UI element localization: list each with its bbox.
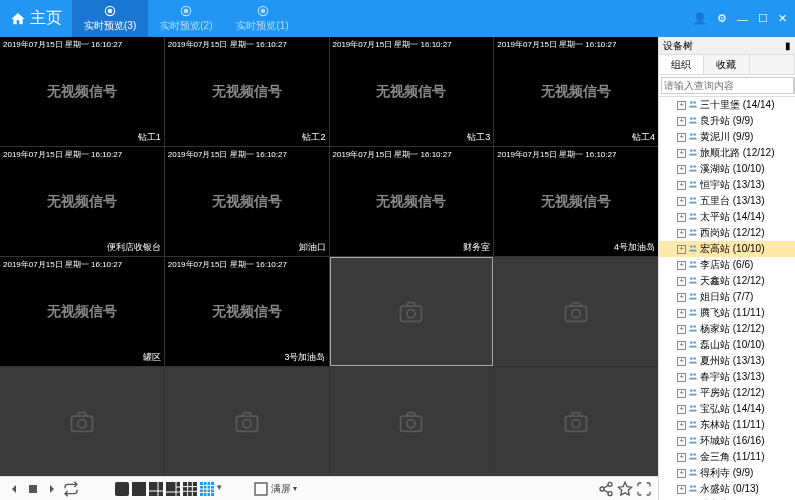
expand-toggle[interactable]: + xyxy=(677,293,686,302)
device-tree[interactable]: +三十里堡 (14/14)+良升站 (9/9)+黄泥川 (9/9)+旅顺北路 (… xyxy=(659,97,795,500)
tree-item[interactable]: +腾飞站 (11/11) xyxy=(659,305,795,321)
layout-6[interactable] xyxy=(149,482,163,496)
tree-item[interactable]: +黄泥川 (9/9) xyxy=(659,129,795,145)
layout-16[interactable] xyxy=(200,482,214,496)
tree-item[interactable]: +西岗站 (12/12) xyxy=(659,225,795,241)
expand-toggle[interactable]: + xyxy=(677,325,686,334)
search-input[interactable] xyxy=(661,77,794,94)
expand-toggle[interactable]: + xyxy=(677,341,686,350)
tree-item[interactable]: +宏高站 (10/10) xyxy=(659,241,795,257)
share-icon[interactable] xyxy=(598,481,614,497)
tree-item[interactable]: +杨家站 (12/12) xyxy=(659,321,795,337)
close-button[interactable]: ✕ xyxy=(778,12,787,25)
video-cell[interactable] xyxy=(330,257,494,366)
expand-toggle[interactable]: + xyxy=(677,485,686,494)
expand-toggle[interactable]: + xyxy=(677,261,686,270)
timestamp: 2019年07月15日 星期一 16:10:27 xyxy=(3,149,122,160)
star-icon[interactable] xyxy=(617,481,633,497)
minimize-button[interactable]: — xyxy=(737,13,748,25)
video-cell[interactable]: 2019年07月15日 星期一 16:10:27无视频信号卸油口 xyxy=(165,147,329,256)
expand-toggle[interactable]: + xyxy=(677,101,686,110)
video-cell[interactable]: 2019年07月15日 星期一 16:10:27无视频信号钻工1 xyxy=(0,37,164,146)
tree-item[interactable]: +东林站 (11/11) xyxy=(659,417,795,433)
video-cell[interactable] xyxy=(494,367,658,476)
prev-page-icon[interactable] xyxy=(6,481,22,497)
svg-point-51 xyxy=(690,149,693,152)
tree-item[interactable]: +春宇站 (13/13) xyxy=(659,369,795,385)
expand-toggle[interactable]: + xyxy=(677,165,686,174)
tree-item[interactable]: +三十里堡 (14/14) xyxy=(659,97,795,113)
tree-item[interactable]: +宝弘站 (14/14) xyxy=(659,401,795,417)
layout-1[interactable] xyxy=(115,482,129,496)
sidebar-menu-icon[interactable]: ▮ xyxy=(785,40,791,51)
tree-item[interactable]: +永盛站 (0/13) xyxy=(659,481,795,497)
expand-toggle[interactable]: + xyxy=(677,453,686,462)
video-cell[interactable]: 2019年07月15日 星期一 16:10:27无视频信号钻工4 xyxy=(494,37,658,146)
expand-toggle[interactable]: + xyxy=(677,405,686,414)
user-icon[interactable]: 👤 xyxy=(693,12,707,25)
tree-item[interactable]: +环城站 (16/16) xyxy=(659,433,795,449)
sidebar-search: 🔍 xyxy=(659,75,795,97)
sidebar-tab-org[interactable]: 组织 xyxy=(659,55,704,74)
tree-item[interactable]: +金三角 (11/11) xyxy=(659,449,795,465)
expand-toggle[interactable]: + xyxy=(677,277,686,286)
video-cell[interactable]: 2019年07月15日 星期一 16:10:27无视频信号便利店收银台 xyxy=(0,147,164,256)
home-tab[interactable]: 主页 xyxy=(0,0,72,37)
expand-toggle[interactable]: + xyxy=(677,245,686,254)
tree-item[interactable]: +天鑫站 (12/12) xyxy=(659,273,795,289)
layout-more-icon[interactable]: ▾ xyxy=(217,482,227,496)
layout-8[interactable] xyxy=(166,482,180,496)
preview-tab[interactable]: 实时预览(1) xyxy=(224,0,300,37)
expand-toggle[interactable]: + xyxy=(677,421,686,430)
video-cell[interactable]: 2019年07月15日 星期一 16:10:27无视频信号3号加油岛 xyxy=(165,257,329,366)
tree-item[interactable]: +五里台 (13/13) xyxy=(659,193,795,209)
preview-tab[interactable]: 实时预览(3) xyxy=(72,0,148,37)
layout-4[interactable] xyxy=(132,482,146,496)
tree-item[interactable]: +夏州站 (13/13) xyxy=(659,353,795,369)
tree-item[interactable]: +太平站 (14/14) xyxy=(659,209,795,225)
tree-item[interactable]: +恒宇站 (13/13) xyxy=(659,177,795,193)
sidebar-tab-fav[interactable]: 收藏 xyxy=(704,55,749,74)
tree-item[interactable]: +溪湖站 (10/10) xyxy=(659,161,795,177)
maximize-button[interactable]: ☐ xyxy=(758,12,768,25)
tree-item[interactable]: +李店站 (6/6) xyxy=(659,257,795,273)
expand-icon[interactable] xyxy=(636,481,652,497)
expand-toggle[interactable]: + xyxy=(677,117,686,126)
tree-item[interactable]: +平房站 (12/12) xyxy=(659,385,795,401)
expand-toggle[interactable]: + xyxy=(677,181,686,190)
video-cell[interactable]: 2019年07月15日 星期一 16:10:27无视频信号财务室 xyxy=(330,147,494,256)
svg-point-13 xyxy=(243,419,251,427)
settings-icon[interactable]: ⚙ xyxy=(717,12,727,25)
expand-toggle[interactable]: + xyxy=(677,389,686,398)
tree-item[interactable]: +良升站 (9/9) xyxy=(659,113,795,129)
expand-toggle[interactable]: + xyxy=(677,469,686,478)
expand-toggle[interactable]: + xyxy=(677,133,686,142)
expand-toggle[interactable]: + xyxy=(677,373,686,382)
video-cell[interactable] xyxy=(330,367,494,476)
loop-icon[interactable] xyxy=(63,481,79,497)
expand-toggle[interactable]: + xyxy=(677,197,686,206)
expand-toggle[interactable]: + xyxy=(677,357,686,366)
tree-item[interactable]: +得利寺 (9/9) xyxy=(659,465,795,481)
video-cell[interactable] xyxy=(165,367,329,476)
fullscreen-button[interactable]: 满屏 ▾ xyxy=(253,481,297,497)
video-cell[interactable]: 2019年07月15日 星期一 16:10:27无视频信号钻工2 xyxy=(165,37,329,146)
tree-item[interactable]: +姐日站 (7/7) xyxy=(659,289,795,305)
next-page-icon[interactable] xyxy=(44,481,60,497)
preview-tab[interactable]: 实时预览(2) xyxy=(148,0,224,37)
tree-item[interactable]: +旅顺北路 (12/12) xyxy=(659,145,795,161)
expand-toggle[interactable]: + xyxy=(677,437,686,446)
sidebar-tab-blank[interactable] xyxy=(750,55,795,74)
video-cell[interactable]: 2019年07月15日 星期一 16:10:27无视频信号罐区 xyxy=(0,257,164,366)
stop-icon[interactable] xyxy=(25,481,41,497)
video-cell[interactable]: 2019年07月15日 星期一 16:10:27无视频信号钻工3 xyxy=(330,37,494,146)
expand-toggle[interactable]: + xyxy=(677,309,686,318)
expand-toggle[interactable]: + xyxy=(677,149,686,158)
video-cell[interactable]: 2019年07月15日 星期一 16:10:27无视频信号4号加油岛 xyxy=(494,147,658,256)
layout-9[interactable] xyxy=(183,482,197,496)
tree-item[interactable]: +磊山站 (10/10) xyxy=(659,337,795,353)
video-cell[interactable] xyxy=(0,367,164,476)
expand-toggle[interactable]: + xyxy=(677,229,686,238)
video-cell[interactable] xyxy=(494,257,658,366)
expand-toggle[interactable]: + xyxy=(677,213,686,222)
